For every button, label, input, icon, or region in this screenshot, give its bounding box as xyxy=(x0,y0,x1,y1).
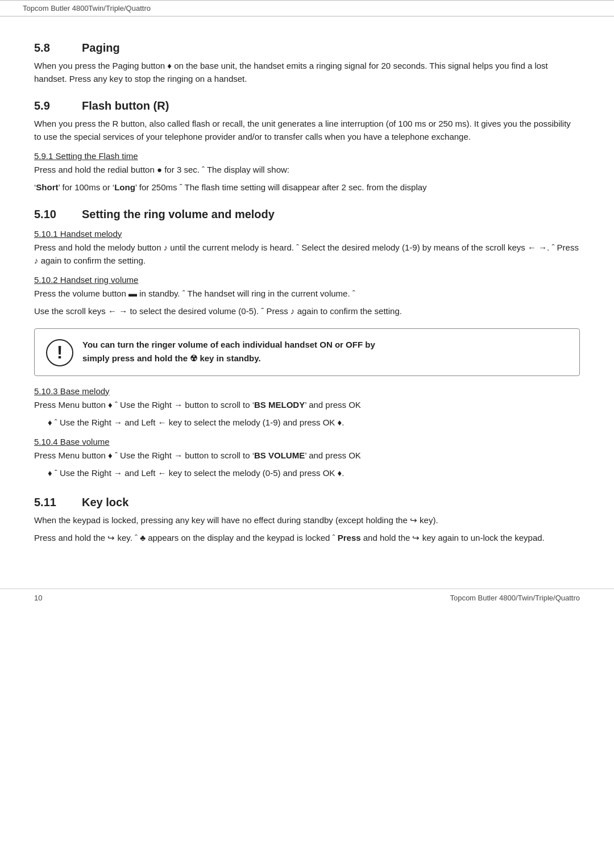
511-body2-bold: Press xyxy=(338,533,361,542)
subsection-5103-title: 5.10.3 Base melody xyxy=(34,386,580,396)
line2-long: Long xyxy=(114,182,135,192)
subsection-5102-line2: Use the scroll keys ← → to select the de… xyxy=(34,304,580,318)
subsection-5103-line1: Press Menu button ♦ ˆ Use the Right → bu… xyxy=(34,398,580,411)
note-line2: simply press and hold the ☢ key in stand… xyxy=(82,352,375,365)
section-511-num: 5.11 xyxy=(34,496,68,509)
section-58-body: When you press the Paging button ♦ on th… xyxy=(34,59,580,86)
section-58-num: 5.8 xyxy=(34,41,68,55)
header-bar: Topcom Butler 4800Twin/Triple/Quattro xyxy=(0,0,614,16)
5103-line1-bold: BS MELODY xyxy=(254,400,305,410)
note-line2-sym: ☢ xyxy=(190,353,197,363)
subsection-5103-line2: ♦ ˆ Use the Right → and Left ← key to se… xyxy=(48,416,580,429)
5103-line1-pre: Press Menu button ♦ ˆ Use the Right → bu… xyxy=(34,400,254,410)
note-line2-pre: simply press and hold the xyxy=(82,353,190,363)
note-text-content: You can turn the ringer volume of each i… xyxy=(82,338,375,365)
footer-page-number: 10 xyxy=(34,594,42,602)
5104-line1-pre: Press Menu button ♦ ˆ Use the Right → bu… xyxy=(34,450,254,460)
page-wrapper: Topcom Butler 4800Twin/Triple/Quattro 5.… xyxy=(0,0,614,868)
footer-bar: 10 Topcom Butler 4800/Twin/Triple/Quattr… xyxy=(0,589,614,607)
section-511-title: Key lock xyxy=(82,496,128,509)
subsection-591-line1: Press and hold the redial button ● for 3… xyxy=(34,163,580,176)
note-line1: You can turn the ringer volume of each i… xyxy=(82,338,375,352)
511-body2-pre: Press and hold the ↪ key. ˆ ♣ appears on… xyxy=(34,533,338,542)
note-line2-post: key in standby. xyxy=(197,353,260,363)
section-510-title: Setting the ring volume and melody xyxy=(82,208,275,221)
subsection-5101-title: 5.10.1 Handset melody xyxy=(34,229,580,239)
5103-line1-post: ’ and press OK xyxy=(305,400,361,410)
footer-product: Topcom Butler 4800/Twin/Triple/Quattro xyxy=(450,594,580,602)
section-511-body2: Press and hold the ↪ key. ˆ ♣ appears on… xyxy=(34,531,580,544)
subsection-591-line2: ‘Short’ for 100ms or ‘Long’ for 250ms ˆ … xyxy=(34,181,580,194)
subsection-5102-title: 5.10.2 Handset ring volume xyxy=(34,275,580,285)
section-59-heading: 5.9 Flash button (R) xyxy=(34,99,580,112)
subsection-5104-line2: ♦ ˆ Use the Right → and Left ← key to se… xyxy=(48,466,580,479)
section-510-heading: 5.10 Setting the ring volume and melody xyxy=(34,208,580,221)
5104-line1-post: ’ and press OK xyxy=(305,450,361,460)
header-text: Topcom Butler 4800Twin/Triple/Quattro xyxy=(23,4,151,12)
section-59-num: 5.9 xyxy=(34,99,68,112)
note-box: ! You can turn the ringer volume of each… xyxy=(34,328,580,376)
section-59-title: Flash button (R) xyxy=(82,99,169,112)
exclamation-icon: ! xyxy=(46,339,73,366)
subsection-5104-title: 5.10.4 Base volume xyxy=(34,437,580,446)
section-58-title: Paging xyxy=(82,41,120,55)
section-511-body1: When the keypad is locked, pressing any … xyxy=(34,514,580,527)
line2-mid: ’ for 100ms or ‘ xyxy=(59,182,115,192)
section-510-num: 5.10 xyxy=(34,208,68,221)
5104-line1-bold: BS VOLUME xyxy=(254,450,305,460)
section-58-heading: 5.8 Paging xyxy=(34,41,580,55)
section-511-heading: 5.11 Key lock xyxy=(34,496,580,509)
section-59-body: When you press the R button, also called… xyxy=(34,117,580,144)
content-area: 5.8 Paging When you press the Paging but… xyxy=(0,22,614,571)
subsection-5101-body: Press and hold the melody button ♪ until… xyxy=(34,241,580,268)
subsection-5102-line1: Press the volume button ▬ in standby. ˆ … xyxy=(34,287,580,300)
subsection-5104-line1: Press Menu button ♦ ˆ Use the Right → bu… xyxy=(34,449,580,462)
subsection-591-title: 5.9.1 Setting the Flash time xyxy=(34,151,580,161)
line2-short: Short xyxy=(36,182,58,192)
note-line1-text: You can turn the ringer volume of each i… xyxy=(82,340,375,349)
line2-post: ’ for 250ms ˆ The flash time setting wil… xyxy=(135,182,427,192)
511-body2-post: and hold the ↪ key again to un-lock the … xyxy=(361,533,545,542)
